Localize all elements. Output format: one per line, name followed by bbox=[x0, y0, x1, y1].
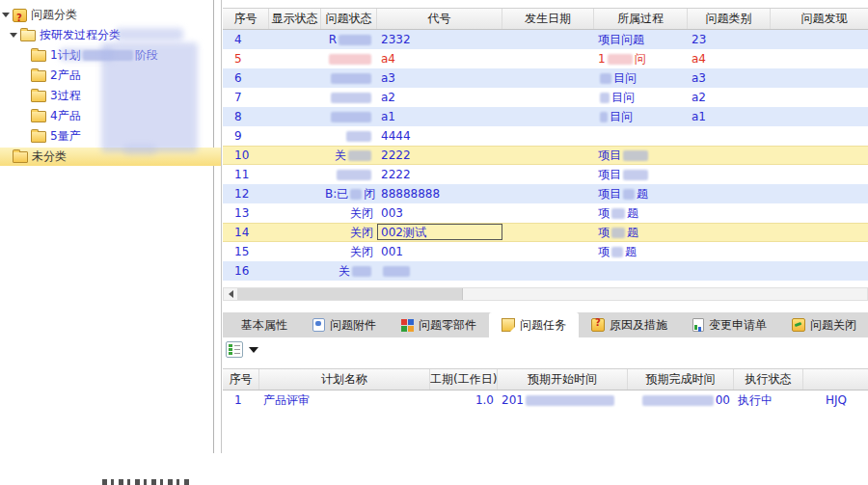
cell-text: 项目问题 bbox=[598, 33, 644, 46]
redaction-blur bbox=[642, 395, 714, 406]
column-header[interactable] bbox=[803, 369, 868, 390]
tree-item[interactable]: 问题分类 bbox=[0, 6, 215, 24]
table-row[interactable]: 6a3目问a3 bbox=[223, 68, 868, 88]
column-header[interactable]: 问题发现 bbox=[771, 9, 868, 29]
table-cell: 项目 bbox=[594, 147, 688, 164]
cell-text: 5量产 bbox=[50, 129, 81, 143]
scrollbar-thumb[interactable] bbox=[237, 288, 463, 300]
table-cell: 项目题 bbox=[594, 184, 688, 203]
table-row[interactable]: 13关闭003项题 bbox=[223, 203, 868, 223]
redaction-blur bbox=[329, 54, 371, 65]
dropdown-arrow-icon[interactable] bbox=[249, 347, 258, 353]
cell-text: 关闭 bbox=[350, 206, 373, 220]
table-cell: 2332 bbox=[377, 30, 502, 49]
column-header[interactable]: 预期开始时间 bbox=[498, 369, 628, 390]
column-header[interactable]: 执行状态 bbox=[734, 369, 803, 390]
tab-问题零部件[interactable]: 问题零部件 bbox=[389, 312, 489, 337]
tab-label: 问题任务 bbox=[520, 317, 566, 334]
column-header[interactable]: 序号 bbox=[223, 9, 269, 29]
tab-原因及措施[interactable]: 原因及措施 bbox=[579, 312, 680, 337]
table-cell bbox=[502, 203, 594, 223]
column-header[interactable]: 问题状态 bbox=[321, 9, 377, 29]
table-row[interactable]: 12B:已闭88888888项目题 bbox=[223, 184, 868, 203]
cell-text: 关 bbox=[335, 148, 346, 162]
table-cell bbox=[688, 126, 771, 146]
cell-text: 目问 bbox=[613, 71, 637, 85]
table-cell bbox=[269, 147, 321, 164]
table-row[interactable]: 7a2目问a2 bbox=[223, 88, 868, 107]
table-cell bbox=[269, 88, 321, 107]
cell-text: a1 bbox=[692, 110, 706, 123]
table-cell bbox=[771, 30, 868, 49]
cell-text: 项 bbox=[598, 226, 610, 239]
list-grid-icon[interactable] bbox=[226, 341, 243, 358]
cell-text: 88888888 bbox=[381, 187, 440, 201]
scroll-left-button[interactable] bbox=[224, 288, 237, 300]
task-table: 序号计划名称工期(工作日)预期开始时间预期完成时间执行状态1产品评审1.0201… bbox=[223, 368, 868, 410]
table-cell bbox=[771, 88, 868, 107]
column-header[interactable]: 问题类别 bbox=[688, 9, 771, 29]
redaction-blur bbox=[611, 208, 625, 219]
table-row[interactable]: 5a41问a4 bbox=[223, 49, 868, 68]
tree-item-label: 3过程 bbox=[50, 87, 81, 105]
table-cell bbox=[688, 203, 771, 223]
table-cell bbox=[771, 147, 868, 164]
table-cell: 1.0 bbox=[430, 391, 498, 410]
column-header[interactable]: 序号 bbox=[223, 369, 259, 390]
redaction-blur bbox=[608, 54, 633, 65]
cell-text: a3 bbox=[692, 71, 706, 85]
tab-基本属性[interactable]: 基本属性 bbox=[229, 312, 300, 337]
column-header[interactable]: 所属过程 bbox=[594, 9, 688, 29]
table-row[interactable]: 94444 bbox=[223, 126, 868, 146]
table-row[interactable]: 16关 bbox=[223, 261, 868, 281]
horizontal-scrollbar[interactable] bbox=[223, 287, 868, 301]
cell-text: 5 bbox=[234, 52, 242, 66]
column-header[interactable]: 预期完成时间 bbox=[628, 369, 734, 390]
close-icon bbox=[792, 318, 805, 332]
cell-text: 项 bbox=[598, 206, 610, 220]
column-header[interactable]: 计划名称 bbox=[259, 369, 430, 390]
column-header[interactable]: 发生日期 bbox=[502, 9, 594, 29]
expand-arrow-icon[interactable] bbox=[10, 33, 17, 38]
inline-edit-cell[interactable]: 002测试 bbox=[377, 224, 502, 240]
table-cell: 8 bbox=[223, 107, 269, 126]
table-row[interactable]: 112222项目 bbox=[223, 165, 868, 184]
table-row[interactable]: 8a1目问a1 bbox=[223, 107, 868, 126]
table-row[interactable]: 15关闭001项题 bbox=[223, 242, 868, 261]
table-cell: 00 bbox=[628, 391, 734, 410]
cell-text: 15 bbox=[234, 245, 249, 258]
cell-text: 11 bbox=[234, 168, 249, 181]
tab-label: 问题附件 bbox=[330, 317, 376, 334]
table-cell: 目问 bbox=[594, 68, 688, 88]
redaction-blur bbox=[383, 266, 410, 277]
table-header-row: 序号计划名称工期(工作日)预期开始时间预期完成时间执行状态 bbox=[223, 368, 868, 391]
tab-label: 基本属性 bbox=[241, 317, 287, 334]
column-header[interactable]: 显示状态 bbox=[269, 9, 321, 29]
table-row[interactable]: 10关2222项目 bbox=[223, 146, 868, 165]
table-cell bbox=[688, 184, 771, 203]
table-cell bbox=[502, 30, 594, 49]
tab-问题关闭[interactable]: 问题关闭 bbox=[779, 312, 868, 337]
column-header[interactable]: 代号 bbox=[377, 9, 502, 29]
table-cell: 项目问题 bbox=[594, 30, 688, 49]
table-cell bbox=[269, 224, 321, 241]
cell-text: 项目 bbox=[598, 148, 621, 162]
table-row[interactable]: 14关闭002测试项题 bbox=[223, 223, 868, 242]
redaction-blur bbox=[346, 131, 371, 142]
cell-text: 4444 bbox=[381, 129, 411, 143]
cell-text: 产品评审 bbox=[263, 393, 310, 407]
tab-问题任务[interactable]: 问题任务 bbox=[489, 312, 579, 337]
expand-arrow-icon[interactable] bbox=[2, 13, 10, 17]
table-cell: a1 bbox=[377, 107, 502, 126]
tab-变更申请单[interactable]: 变更申请单 bbox=[680, 312, 779, 337]
table-cell: 4444 bbox=[377, 126, 502, 146]
table-cell bbox=[502, 147, 594, 164]
tab-问题附件[interactable]: 问题附件 bbox=[300, 312, 389, 337]
table-cell: 11 bbox=[223, 165, 269, 184]
table-cell bbox=[321, 165, 377, 184]
table-row[interactable]: 4R2332项目问题23 bbox=[223, 30, 868, 49]
column-header[interactable]: 工期(工作日) bbox=[430, 369, 498, 390]
cell-text: 4产品 bbox=[50, 109, 81, 122]
parts-icon bbox=[401, 319, 407, 325]
table-row[interactable]: 1产品评审1.020100执行中HJQ bbox=[223, 391, 868, 410]
